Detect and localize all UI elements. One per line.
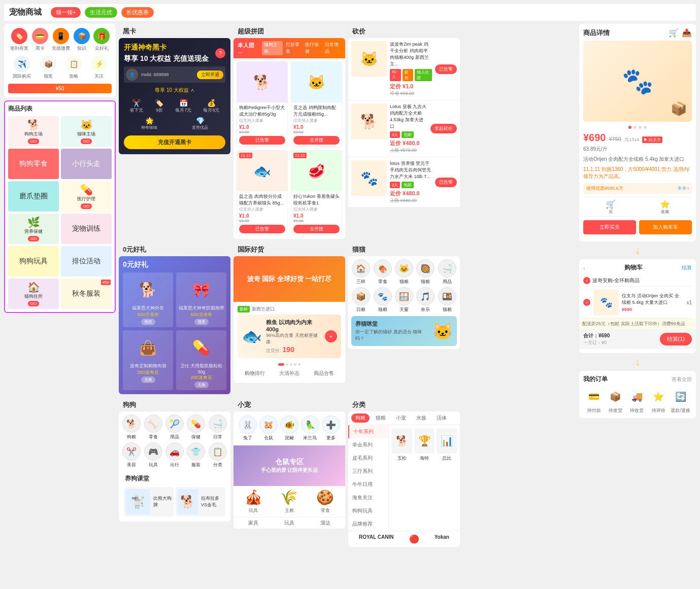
dog-icon-4[interactable]: 🛁 日常 <box>208 414 227 440</box>
qa-item-8[interactable]: ⚡ 关注 <box>91 56 107 80</box>
cs-subtab-4[interactable]: 牛牛日用 <box>348 478 388 491</box>
cs-subtab-3[interactable]: 三疗系列 <box>348 465 388 478</box>
sp-link-1[interactable]: 玩具 <box>284 519 294 527</box>
sp-link-2[interactable]: 溜达 <box>320 519 330 527</box>
pd-coupon-link[interactable]: 卡卡 › <box>677 185 689 192</box>
cat-icon-4[interactable]: 🛁 用品 <box>438 259 457 285</box>
cs-item-1[interactable]: 🏆 海特 <box>414 428 435 528</box>
ig-link-0[interactable]: 购物排行 <box>245 370 265 377</box>
pl-item-10[interactable]: 🏠 猫狗住所 GO <box>8 279 59 309</box>
cs-tab-1[interactable]: 猫粮 <box>372 413 390 423</box>
pd-member-label[interactable]: ▶ 比太大 <box>642 136 662 143</box>
cat-icon-5[interactable]: 📦 日粮 <box>351 287 371 313</box>
fg-btn-0[interactable]: 领奖 <box>141 319 155 325</box>
fg-item-2[interactable]: 👜 波奇定制购物布袋 250波奇豆 兑换 <box>123 330 173 390</box>
sc-edit-btn[interactable]: 结算 <box>682 264 692 271</box>
qa-item-1[interactable]: 💳 黑卡 <box>32 28 48 52</box>
ig-link-2[interactable]: 商品合售 <box>314 370 334 377</box>
pd-btn-cart[interactable]: 加入购车车 <box>639 220 692 234</box>
brand-0[interactable]: ROYAL CANIN <box>359 534 393 544</box>
dog-icon-6[interactable]: 🎮 玩具 <box>143 442 162 468</box>
pl-item-8[interactable]: 狗狗玩具 <box>8 246 59 276</box>
pc-item-2[interactable]: 🐾 lotus 营养慢 里元于手鸡肉无谷肉饲管无力水产大米 10lb 7... … <box>348 157 460 207</box>
fg-btn-3[interactable]: 兑换 <box>194 382 209 388</box>
ig-product-banner[interactable]: 🐟 粮鱼 以鸡肉为内来400g 96%高肉含量 天然粮更健康 送货价: 190 … <box>238 315 341 358</box>
cat-icon-0[interactable]: 🏠 三样 <box>351 259 371 285</box>
pc-btn-2[interactable]: 已告警 <box>435 178 457 187</box>
cs-subtab-6[interactable]: 狗狗玩具 <box>348 504 388 517</box>
fg-item-1[interactable]: 🎀 福莱恩犬神奇防脂抱带 500活省布 领奖 <box>176 272 226 327</box>
dog-icon-5[interactable]: ✂️ 美容 <box>122 442 141 468</box>
sp-product-2[interactable]: 🍪 零食 <box>316 489 334 514</box>
fg-btn-2[interactable]: 兑换 <box>141 376 155 383</box>
sp-link-0[interactable]: 家具 <box>248 519 258 527</box>
pd-icon-star[interactable]: ⭐ 收藏 <box>660 199 670 215</box>
pc-btn-1[interactable]: 发起砍价 <box>430 124 457 133</box>
sp-product-1[interactable]: 🌾 主粮 <box>280 489 298 514</box>
sg-btn-2[interactable]: 已告警 <box>239 225 285 233</box>
cat-icon-1[interactable]: 🍖 零食 <box>373 259 392 285</box>
sg-btn-3[interactable]: 去开团 <box>293 225 340 233</box>
cat-icon-3[interactable]: 🥘 猫粮 <box>416 259 435 285</box>
cs-subtab-5[interactable]: 海鱼关注 <box>348 491 388 504</box>
sp-icon-4[interactable]: ➕ 更多 <box>322 415 340 441</box>
cs-item-0[interactable]: 🐕 五松 <box>392 428 412 528</box>
pl-item-0[interactable]: 🐕 狗狗主场 GO <box>8 116 59 147</box>
cs-subtab-1[interactable]: 幸会系列 <box>348 438 388 452</box>
pd-share-icon[interactable]: 📤 <box>682 28 692 38</box>
os-view-all[interactable]: 查看全部 <box>672 376 692 383</box>
pc-item-1[interactable]: 🐕 Lotus 皇极 九吉火鸡肉配方全犬粮 4.53kg 加拿大进口 2人 包邮… <box>348 100 460 157</box>
bc-info-btn[interactable]: ? <box>215 48 225 58</box>
dog-icon-7[interactable]: 🚗 出行 <box>165 442 184 468</box>
fg-item-3[interactable]: 💊 卫仕 犬用脂肪腺粒粒30g 200波奇豆 兑换 <box>176 330 226 390</box>
sg-item-0[interactable]: 🐕 狗粮Pedigree千小型犬成犬治疗粮85g/3g 仅支持人团参 ¥1.0 … <box>237 61 288 147</box>
dog-icon-3[interactable]: 💊 保健 <box>186 414 206 440</box>
header-btn-1[interactable]: 领一领+ <box>51 7 81 18</box>
cat-icon-6[interactable]: 🐾 猫粮 <box>373 287 392 313</box>
dog-icon-9[interactable]: 📋 分类 <box>208 442 227 468</box>
header-btn-3[interactable]: 长优惠券 <box>121 7 154 18</box>
pc-item-0[interactable]: 🐱 波波奇Zim peak 鸡干全分析 鸡肉相半肉猫粮400g 新西兰主... … <box>348 38 460 100</box>
qa-coupon[interactable]: ¥50 <box>8 84 112 93</box>
cs-subtab-0[interactable]: 十年系列 <box>348 425 388 438</box>
os-tab-1[interactable]: 📦 待发货 <box>606 388 624 414</box>
sp-product-0[interactable]: 🎪 玩具 <box>245 489 262 514</box>
dog-icon-8[interactable]: 👕 服装 <box>186 442 206 468</box>
ig-add-btn[interactable]: + <box>325 330 337 342</box>
pl-item-5[interactable]: 💊 医疗护理 GO <box>61 181 112 212</box>
pl-item-2[interactable]: 狗狗零食 <box>8 149 59 179</box>
dc-item-1[interactable]: 🐕 拉布拉多VS金毛 <box>176 487 225 516</box>
pl-item-9[interactable]: 排位活动 <box>61 246 112 276</box>
pl-item-7[interactable]: 宠物训练 <box>61 214 112 244</box>
dog-icon-1[interactable]: 🦴 零食 <box>143 414 162 440</box>
go-btn-0[interactable]: GO <box>28 138 39 144</box>
dog-icon-2[interactable]: 🎾 用品 <box>165 414 184 440</box>
qa-item-3[interactable]: 📦 知识 <box>74 28 90 52</box>
pl-item-11[interactable]: 秋冬服装 ¥50 <box>61 279 112 309</box>
ig-link-1[interactable]: 大清补志 <box>279 370 299 377</box>
sg-item-1[interactable]: 🐱 贡之选 鸡鸭限制肉配方元成猫粮85g... 仅支持人团参 ¥1.0 ¥2.0… <box>291 61 342 147</box>
qa-item-5[interactable]: ✈️ 国际购买 <box>13 56 31 80</box>
sp-icon-2[interactable]: 🐠 泥鳅 <box>280 415 298 441</box>
cs-tab-4[interactable]: 活体 <box>432 413 451 423</box>
dc-item-0[interactable]: 🐩 比熊大狗牌 <box>124 487 174 516</box>
go-btn-6[interactable]: GO <box>28 236 39 241</box>
go-btn-10[interactable]: GO <box>28 301 39 306</box>
os-tab-0[interactable]: 💳 待付款 <box>585 388 603 414</box>
cat-icon-9[interactable]: 🍱 猫粮 <box>438 287 457 313</box>
bc-open-btn[interactable]: 立即开通 <box>197 71 223 79</box>
cs-subtab-7[interactable]: 品牌推荐 <box>348 517 388 531</box>
cat-icon-8[interactable]: 🎵 奈乐 <box>416 287 435 313</box>
fg-btn-1[interactable]: 领奖 <box>194 319 209 325</box>
pd-cart-icon[interactable]: 🛒 <box>669 28 679 38</box>
cs-item-2[interactable]: 📊 总比 <box>437 428 457 528</box>
sg-item-2[interactable]: 🐟 11.11 益之选 肉肉较分分成猫配方养娘猫头 85g... 仅支持人团参 … <box>237 150 288 236</box>
os-tab-3[interactable]: ⭐ 待评价 <box>649 388 668 414</box>
brand-1[interactable]: 🔴 <box>409 534 419 544</box>
brand-2[interactable]: Yokan <box>435 534 449 544</box>
pc-btn-0[interactable]: 已告警 <box>435 64 457 74</box>
cs-tab-2[interactable]: 小宠 <box>392 413 410 423</box>
qa-item-2[interactable]: 📱 充值缴费 <box>52 28 70 52</box>
pl-item-3[interactable]: 小行头走 <box>61 149 112 179</box>
pd-icon-buy[interactable]: 🛒 买 <box>606 199 616 215</box>
